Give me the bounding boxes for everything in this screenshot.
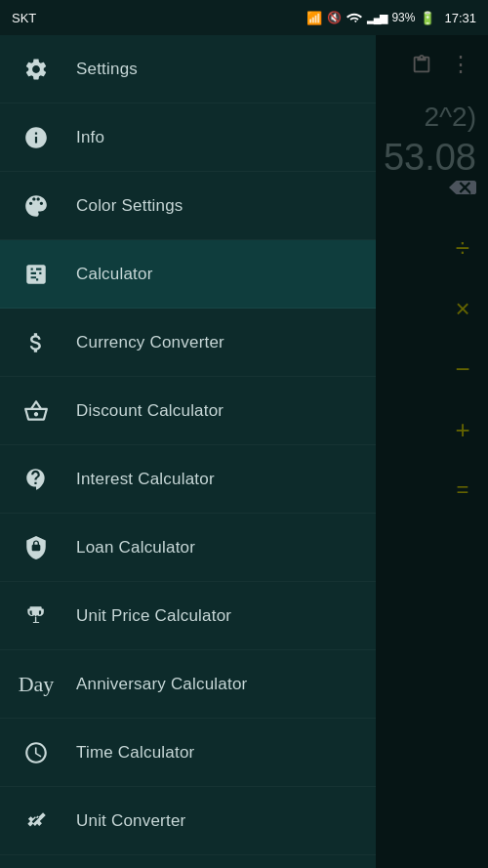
- multiply-button[interactable]: ×: [437, 283, 488, 334]
- plus-button[interactable]: +: [437, 404, 488, 455]
- loan-label: Loan Calculator: [76, 538, 195, 558]
- carrier-label: SKT: [12, 11, 36, 25]
- signal-icon: ▂▄▆: [367, 12, 387, 24]
- bluetooth-icon: 📶: [306, 11, 322, 25]
- minus-button[interactable]: −: [437, 344, 488, 394]
- ruler-icon: [16, 801, 57, 842]
- calculator-icon: [16, 254, 57, 295]
- navigation-drawer: Settings Info Color Settings: [0, 35, 376, 868]
- unit-price-icon: [16, 596, 57, 637]
- divide-button[interactable]: ÷: [437, 223, 488, 273]
- settings-label: Settings: [76, 60, 138, 79]
- sidebar-item-loan-calculator[interactable]: Loan Calculator: [0, 514, 376, 582]
- battery-icon: 🔋: [420, 11, 435, 25]
- mute-icon: 🔇: [327, 11, 342, 24]
- color-settings-label: Color Settings: [76, 196, 183, 216]
- sidebar-item-anniversary-calculator[interactable]: Day Anniversary Calculator: [0, 650, 376, 719]
- calculator-label: Calculator: [76, 265, 153, 284]
- sidebar-item-discount-calculator[interactable]: Discount Calculator: [0, 377, 376, 445]
- sidebar-item-color-settings[interactable]: Color Settings: [0, 172, 376, 240]
- loan-icon: [16, 527, 57, 568]
- interest-icon: [16, 459, 57, 500]
- clipboard-button[interactable]: [402, 45, 441, 84]
- time-label: 17:31: [444, 11, 476, 25]
- sidebar-item-info[interactable]: Info: [0, 103, 376, 172]
- backspace-button[interactable]: [437, 162, 488, 213]
- sidebar-item-unit-converter[interactable]: Unit Converter: [0, 787, 376, 855]
- settings-icon: [16, 49, 57, 90]
- anniversary-icon: Day: [16, 664, 57, 705]
- more-button[interactable]: ⋮: [441, 45, 480, 84]
- sidebar-item-unit-price-calculator[interactable]: Unit Price Calculator: [0, 582, 376, 650]
- sidebar-item-calculator[interactable]: Calculator: [0, 240, 376, 309]
- unit-converter-label: Unit Converter: [76, 811, 185, 831]
- unit-price-label: Unit Price Calculator: [76, 606, 231, 626]
- color-icon: [16, 186, 57, 227]
- currency-icon: [16, 322, 57, 363]
- info-icon: [16, 117, 57, 158]
- battery-label: 93%: [391, 11, 415, 24]
- status-bar: SKT 📶 🔇 ▂▄▆ 93% 🔋 17:31: [0, 0, 488, 35]
- interest-label: Interest Calculator: [76, 470, 215, 489]
- sidebar-item-currency-converter[interactable]: Currency Converter: [0, 309, 376, 377]
- status-icons: 📶 🔇 ▂▄▆ 93% 🔋 17:31: [306, 11, 476, 25]
- discount-label: Discount Calculator: [76, 401, 224, 421]
- sidebar-item-interest-calculator[interactable]: Interest Calculator: [0, 445, 376, 514]
- info-label: Info: [76, 128, 104, 147]
- currency-label: Currency Converter: [76, 333, 224, 352]
- equals-button[interactable]: =: [437, 465, 488, 516]
- anniversary-label: Anniversary Calculator: [76, 675, 247, 694]
- discount-icon: [16, 391, 57, 432]
- main-layout: ⋮ 2^2) 53.08 ÷ × − + =: [0, 35, 488, 868]
- sidebar-item-settings[interactable]: Settings: [0, 35, 376, 103]
- sidebar-item-tip-calculator[interactable]: Tip Calculator: [0, 855, 376, 868]
- wifi-icon: [346, 11, 362, 25]
- time-icon: [16, 732, 57, 773]
- time-label: Time Calculator: [76, 743, 194, 763]
- sidebar-item-time-calculator[interactable]: Time Calculator: [0, 719, 376, 787]
